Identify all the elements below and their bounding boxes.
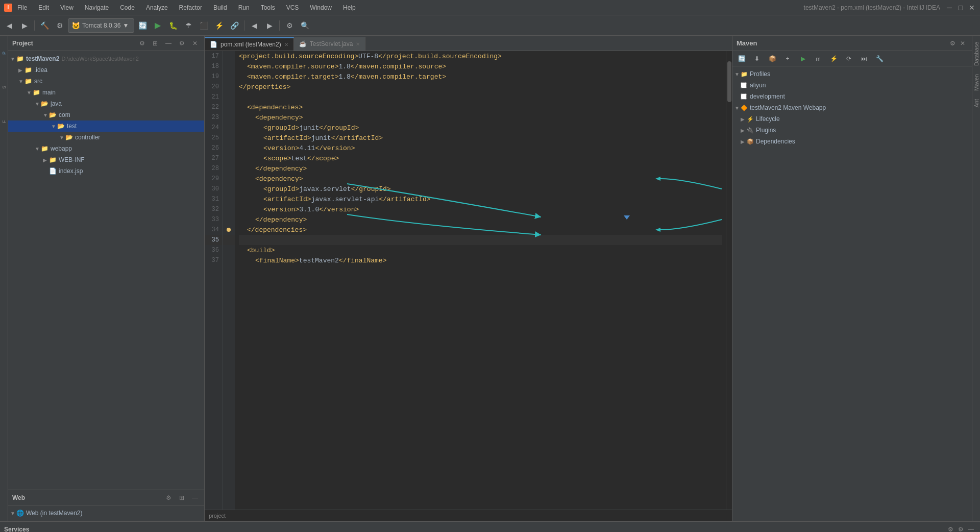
maximize-button[interactable]: □ [957, 4, 965, 12]
tree-item-idea[interactable]: ▶ 📁 .idea [8, 64, 204, 76]
search-everywhere[interactable]: 🔍 [298, 18, 312, 33]
line-37: 37 [205, 255, 222, 265]
vertical-scrollbar[interactable] [726, 51, 732, 510]
right-tab-database[interactable]: Database [972, 38, 980, 70]
services-settings-icon[interactable]: ⚙ [955, 524, 966, 533]
tree-item-web[interactable]: ▼ 🌐 Web (in testMaven2) [8, 507, 204, 519]
code-line-33: </dependency> [239, 214, 722, 225]
menu-bar[interactable]: File Edit View Navigate Code Analyze Ref… [15, 3, 799, 12]
tab-testservlet[interactable]: ☕ TestServlet.java ✕ [294, 37, 366, 51]
maven-close-icon[interactable]: ✕ [958, 38, 968, 49]
maven-skip-btn[interactable]: ⏭ [857, 52, 871, 66]
run-configuration-dropdown[interactable]: 🐱 Tomcat 8.0.36 ▼ [68, 18, 134, 33]
right-tab-ant[interactable]: Ant [972, 95, 980, 112]
maven-refresh-btn[interactable]: 🔄 [734, 52, 749, 66]
maven-settings-icon[interactable]: ⚙ [947, 38, 958, 49]
maven-profile-btn[interactable]: 🔧 [872, 52, 887, 66]
debug-button[interactable]: 🐛 [166, 18, 180, 33]
menu-analyze[interactable]: Analyze [144, 3, 170, 12]
web-collapse-icon[interactable]: — [190, 493, 200, 503]
tree-item-com[interactable]: ▼ 📂 com [8, 109, 204, 120]
tree-item-controller[interactable]: ▼ 📂 controller [8, 132, 204, 143]
project-expand-icon[interactable]: ⊞ [150, 38, 160, 49]
maven-add-btn[interactable]: + [780, 52, 795, 66]
menu-edit[interactable]: Edit [36, 3, 51, 12]
tree-item-testmaven2[interactable]: ▼ 📁 testMaven2 D:\ideaWorkSpace\testMave… [8, 53, 204, 64]
maven-dependencies-item[interactable]: ▶ 📦 Dependencies [732, 136, 972, 147]
tab-pomxml[interactable]: 📄 pom.xml (testMaven2) ✕ [205, 37, 294, 51]
left-arrow[interactable]: ◀ [247, 18, 261, 33]
sidebar-favorites-icon[interactable]: F [1, 106, 8, 137]
project-close-icon[interactable]: ✕ [190, 38, 200, 49]
profile-button[interactable]: ⚡ [212, 18, 226, 33]
code-editor[interactable]: <project.build.sourceEncoding>UTF-8</pro… [235, 51, 726, 510]
attach-button[interactable]: 🔗 [227, 18, 241, 33]
line-17: 17 [205, 51, 222, 61]
tree-item-test[interactable]: ▼ 📂 test [8, 120, 204, 132]
maven-lifecycle-label: Lifecycle [756, 115, 780, 123]
project-collapse-icon[interactable]: — [163, 38, 174, 49]
menu-code[interactable]: Code [118, 3, 137, 12]
tab-pomxml-close[interactable]: ✕ [284, 42, 288, 47]
maven-profiles-item[interactable]: ▼ 📁 Profiles [732, 68, 972, 80]
tree-item-java[interactable]: ▼ 📂 java [8, 98, 204, 109]
menu-run[interactable]: Run [236, 3, 252, 12]
settings-button[interactable]: ⚙ [282, 18, 297, 33]
build-button[interactable]: 🔨 [37, 18, 52, 33]
menu-refactor[interactable]: Refactor [177, 3, 204, 12]
maven-development-item[interactable]: development [732, 91, 972, 102]
maven-download-btn[interactable]: ⬇ [750, 52, 764, 66]
maven-development-label: development [750, 93, 785, 100]
menu-file[interactable]: File [15, 3, 29, 12]
window-controls[interactable]: ─ □ ✕ [945, 4, 976, 12]
maven-run-btn[interactable]: ▶ [796, 52, 810, 66]
tree-item-indexjsp[interactable]: ▶ 📄 index.jsp [8, 165, 204, 177]
maven-development-checkbox[interactable] [741, 93, 747, 100]
forward-button[interactable]: ▶ [17, 18, 32, 33]
web-expand-icon[interactable]: ⊞ [177, 493, 187, 503]
menu-window[interactable]: Window [308, 3, 334, 12]
minimize-button[interactable]: ─ [945, 4, 953, 12]
sidebar-structure-icon[interactable]: S [1, 69, 8, 105]
tab-testservlet-close[interactable]: ✕ [356, 41, 360, 47]
maven-aliyun-item[interactable]: aliyun [732, 80, 972, 91]
tree-item-src[interactable]: ▼ 📁 src [8, 76, 204, 87]
maven-mvn-btn[interactable]: m [811, 52, 825, 66]
menu-navigate[interactable]: Navigate [83, 3, 111, 12]
close-button[interactable]: ✕ [968, 4, 976, 12]
menu-view[interactable]: View [58, 3, 76, 12]
right-arrow[interactable]: ▶ [262, 18, 277, 33]
web-settings-icon[interactable]: ⚙ [163, 493, 174, 503]
menu-tools[interactable]: Tools [259, 3, 277, 12]
maven-lifecycle-item[interactable]: ▶ ⚡ Lifecycle [732, 113, 972, 125]
tree-item-webapp[interactable]: ▼ 📁 webapp [8, 143, 204, 154]
gutter-21 [223, 92, 235, 102]
project-gear-icon[interactable]: ⚙ [137, 38, 147, 49]
menu-vcs[interactable]: VCS [284, 3, 301, 12]
menu-build[interactable]: Build [211, 3, 229, 12]
run-config-button[interactable]: ⚙ [53, 18, 67, 33]
sidebar-project-icon[interactable]: P [1, 38, 8, 68]
maven-exec-btn[interactable]: ⚡ [826, 52, 841, 66]
tree-item-main[interactable]: ▼ 📁 main [8, 87, 204, 98]
run-button[interactable]: ▶ [151, 18, 165, 33]
refresh-button[interactable]: 🔄 [135, 18, 150, 33]
stop-button[interactable]: ⬛ [197, 18, 211, 33]
project-settings-icon[interactable]: ⚙ [177, 38, 187, 49]
maven-deps-btn[interactable]: 📦 [765, 52, 779, 66]
line-26: 26 [205, 143, 222, 153]
menu-help[interactable]: Help [341, 3, 358, 12]
services-minimize-icon[interactable]: — [966, 524, 976, 533]
tree-item-webinf[interactable]: ▶ 📁 WEB-INF [8, 154, 204, 165]
maven-project-item[interactable]: ▼ 🔶 testMaven2 Maven Webapp [732, 102, 972, 113]
maven-aliyun-checkbox[interactable] [741, 82, 747, 88]
maven-plugins-item[interactable]: ▶ 🔌 Plugins [732, 125, 972, 136]
maven-profiles-label: Profiles [750, 70, 770, 78]
line-25: 25 [205, 133, 222, 143]
coverage-button[interactable]: ☂ [181, 18, 195, 33]
back-button[interactable]: ◀ [2, 18, 16, 33]
right-tab-maven[interactable]: Maven [972, 70, 980, 95]
gutter-18 [223, 61, 235, 71]
maven-toggle-btn[interactable]: ⟳ [842, 52, 856, 66]
services-gear-icon[interactable]: ⚙ [945, 524, 955, 533]
